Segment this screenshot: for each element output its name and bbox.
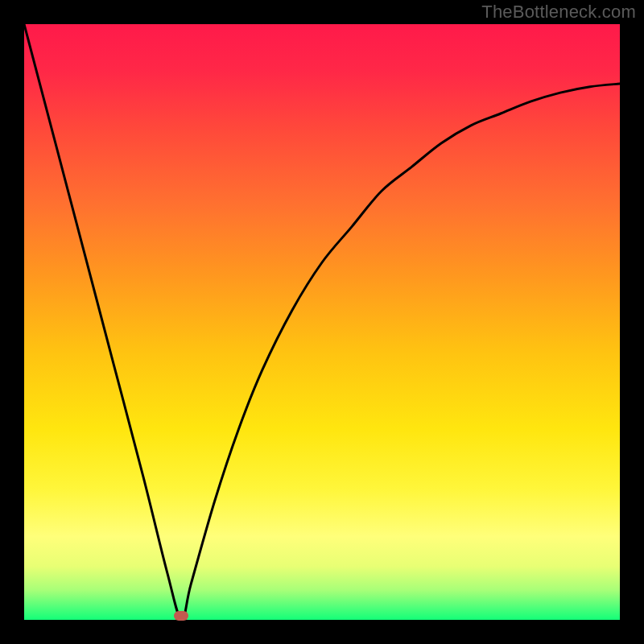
gradient-background [24, 24, 620, 620]
plot-svg [24, 24, 620, 620]
plot-area [24, 24, 620, 620]
chart-frame: TheBottleneck.com [0, 0, 644, 644]
watermark-text: TheBottleneck.com [481, 2, 636, 23]
minimum-marker [174, 611, 188, 621]
